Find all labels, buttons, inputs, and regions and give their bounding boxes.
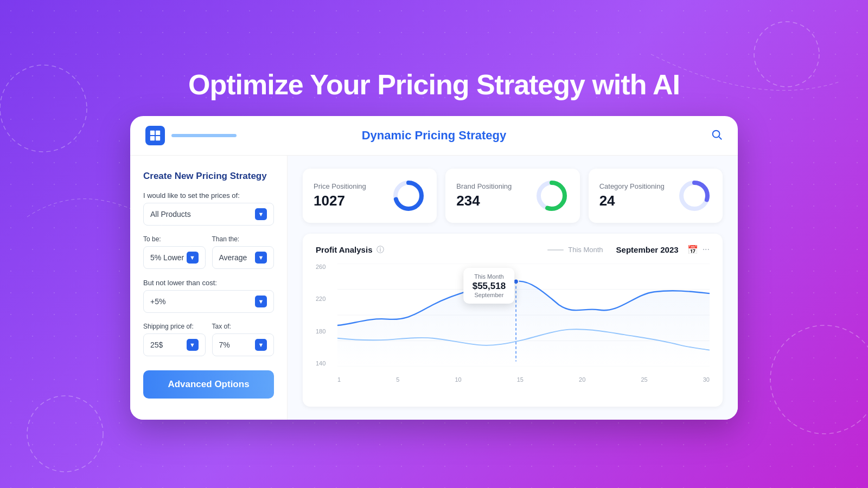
chart-svg xyxy=(337,264,710,367)
product-section: I would like to set the prices of: All P… xyxy=(143,191,274,226)
kpi-category-info: Category Positioning 24 xyxy=(599,182,665,209)
sidebar: Create New Pricing Strategy I would like… xyxy=(130,156,288,420)
legend-label: This Month xyxy=(568,246,603,254)
card-title: Dynamic Pricing Strategy xyxy=(362,129,507,143)
kpi-price-chart xyxy=(391,178,426,213)
chart-area: 260 220 180 140 xyxy=(316,264,710,383)
to-be-arrow: ▼ xyxy=(187,252,199,264)
more-icon[interactable]: ··· xyxy=(703,245,710,255)
than-label: Than the: xyxy=(212,235,275,243)
product-select-arrow: ▼ xyxy=(255,208,267,220)
sidebar-title: Create New Pricing Strategy xyxy=(143,171,274,182)
chart-controls[interactable]: 📅 ··· xyxy=(687,245,710,255)
chart-legend: This Month xyxy=(547,246,603,254)
search-icon[interactable] xyxy=(711,129,723,143)
chart-header: Profit Analysis ⓘ This Month September 2… xyxy=(316,245,710,255)
shipping-col: Shipping price of: 25$ ▼ xyxy=(143,323,206,356)
main-card: Dynamic Pricing Strategy Create New Pric… xyxy=(130,116,738,420)
svg-line-9 xyxy=(719,137,722,139)
chart-title: Profit Analysis xyxy=(316,245,372,254)
kpi-price-value: 1027 xyxy=(314,192,366,209)
shipping-select[interactable]: 25$ ▼ xyxy=(143,333,206,356)
kpi-brand-value: 234 xyxy=(456,192,512,209)
than-arrow: ▼ xyxy=(255,252,267,264)
calendar-icon[interactable]: 📅 xyxy=(687,245,698,255)
shipping-tax-row: Shipping price of: 25$ ▼ Tax of: 7% ▼ xyxy=(143,323,274,356)
svg-point-1 xyxy=(770,325,868,434)
than-select[interactable]: Average ▼ xyxy=(212,246,275,269)
svg-point-0 xyxy=(0,65,87,152)
logo-bar xyxy=(171,134,237,137)
tax-label: Tax of: xyxy=(212,323,275,330)
page-title: Optimize Your Pricing Strategy with AI xyxy=(188,68,680,101)
kpi-brand: Brand Positioning 234 xyxy=(445,169,579,223)
kpi-category-label: Category Positioning xyxy=(599,182,665,190)
svg-rect-4 xyxy=(150,131,155,135)
chart-section: Profit Analysis ⓘ This Month September 2… xyxy=(303,234,723,407)
chart-date: September 2023 xyxy=(616,245,679,254)
legend-line xyxy=(547,249,564,251)
kpi-category-value: 24 xyxy=(599,192,665,209)
to-be-label: To be: xyxy=(143,235,206,243)
svg-point-2 xyxy=(754,22,819,87)
not-lower-section: But not lower than cost: +5% ▼ xyxy=(143,279,274,313)
svg-point-8 xyxy=(713,131,720,138)
tax-select[interactable]: 7% ▼ xyxy=(212,333,275,356)
logo-area xyxy=(145,126,237,145)
kpi-price: Price Positioning 1027 xyxy=(303,169,437,223)
to-be-row: To be: 5% Lower ▼ Than the: Average ▼ xyxy=(143,235,274,269)
kpi-brand-info: Brand Positioning 234 xyxy=(456,182,512,209)
tax-col: Tax of: 7% ▼ xyxy=(212,323,275,356)
shipping-label: Shipping price of: xyxy=(143,323,206,330)
y-axis-labels: 260 220 180 140 xyxy=(316,264,326,367)
to-be-col: To be: 5% Lower ▼ xyxy=(143,235,206,269)
main-content: Price Positioning 1027 Brand Positioning… xyxy=(288,156,738,420)
not-lower-select[interactable]: +5% ▼ xyxy=(143,290,274,313)
svg-rect-5 xyxy=(156,131,160,135)
card-body: Create New Pricing Strategy I would like… xyxy=(130,156,738,420)
card-header: Dynamic Pricing Strategy xyxy=(130,116,738,156)
page-wrapper: Optimize Your Pricing Strategy with AI D… xyxy=(0,0,868,488)
not-lower-label: But not lower than cost: xyxy=(143,279,274,287)
kpi-price-label: Price Positioning xyxy=(314,182,366,190)
info-icon: ⓘ xyxy=(376,245,384,255)
svg-rect-6 xyxy=(150,136,155,140)
kpi-row: Price Positioning 1027 Brand Positioning… xyxy=(303,169,723,223)
than-col: Than the: Average ▼ xyxy=(212,235,275,269)
tax-arrow: ▼ xyxy=(255,339,267,351)
logo-icon xyxy=(145,126,165,145)
product-select[interactable]: All Products ▼ xyxy=(143,203,274,226)
kpi-category: Category Positioning 24 xyxy=(589,169,723,223)
kpi-brand-chart xyxy=(534,178,569,213)
shipping-arrow: ▼ xyxy=(187,339,199,351)
kpi-brand-label: Brand Positioning xyxy=(456,182,512,190)
svg-rect-7 xyxy=(156,136,160,140)
kpi-price-info: Price Positioning 1027 xyxy=(314,182,366,209)
to-be-select[interactable]: 5% Lower ▼ xyxy=(143,246,206,269)
x-axis-labels: 1 5 10 15 20 25 30 xyxy=(337,376,710,383)
not-lower-arrow: ▼ xyxy=(255,296,267,307)
price-label: I would like to set the prices of: xyxy=(143,191,274,200)
kpi-category-chart xyxy=(677,178,712,213)
svg-point-3 xyxy=(27,396,103,472)
advanced-options-button[interactable]: Advanced Options xyxy=(143,370,274,399)
